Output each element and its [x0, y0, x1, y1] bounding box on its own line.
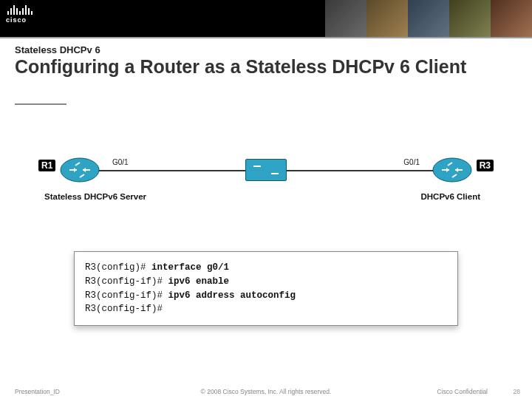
- router-r3-label: R3: [477, 160, 494, 171]
- cli-prompt: R3(config-if)#: [85, 304, 163, 314]
- cli-command: ipv6 enable: [168, 276, 230, 287]
- switch-icon: [245, 155, 287, 185]
- interface-label-left: G0/1: [112, 158, 129, 166]
- cli-line: R3(config-if)# ipv6 enable: [85, 275, 447, 289]
- cli-command: ipv6 address autoconfig: [168, 290, 296, 301]
- cli-command: interface g0/1: [151, 262, 229, 273]
- network-diagram: R1 G0/1 R3 G0/1 Stateless DHCPv6 Server …: [59, 148, 473, 229]
- cli-output-box: R3(config)# interface g0/1 R3(config-if)…: [74, 251, 458, 326]
- page-number: 28: [514, 388, 520, 395]
- photo-strip: [325, 0, 532, 37]
- cli-line: R3(config-if)# ipv6 address autoconfig: [85, 289, 447, 303]
- svg-point-1: [433, 158, 471, 182]
- cli-prompt: R3(config-if)#: [85, 276, 163, 287]
- cli-line: R3(config-if)#: [85, 302, 447, 316]
- role-label-client: DHCPv6 Client: [420, 192, 480, 201]
- header-photo: [449, 0, 491, 37]
- header-divider: [0, 37, 532, 38]
- header-photo: [366, 0, 408, 37]
- footer-confidential: Cisco Confidential: [437, 388, 488, 395]
- slide-subtitle: Stateless DHCPv 6: [15, 44, 100, 55]
- top-bar: cisco: [0, 0, 532, 37]
- router-r1-label: R1: [38, 160, 55, 171]
- slide-title: Configuring a Router as a Stateless DHCP…: [15, 56, 466, 78]
- role-label-server: Stateless DHCPv6 Server: [44, 192, 146, 201]
- cisco-signal-icon: [7, 3, 33, 15]
- title-underline: [15, 103, 66, 105]
- cisco-logo: cisco: [6, 3, 33, 24]
- brand-name: cisco: [6, 16, 27, 24]
- footer-copyright: © 2008 Cisco Systems, Inc. All rights re…: [201, 388, 332, 395]
- cli-prompt: R3(config)#: [85, 262, 146, 273]
- header-photo: [325, 0, 366, 37]
- router-r1-icon: [59, 155, 100, 185]
- header-photo: [491, 0, 532, 37]
- svg-point-0: [61, 158, 99, 182]
- interface-label-right: G0/1: [403, 158, 420, 166]
- slide: cisco Stateless DHCPv 6 Configuring a Ro…: [0, 0, 532, 399]
- slide-footer: Presentation_ID © 2008 Cisco Systems, In…: [0, 384, 532, 399]
- header-photo: [408, 0, 449, 37]
- footer-presentation-id: Presentation_ID: [15, 388, 60, 395]
- cli-prompt: R3(config-if)#: [85, 290, 163, 301]
- cli-line: R3(config)# interface g0/1: [85, 261, 447, 275]
- router-r3-icon: [432, 155, 473, 185]
